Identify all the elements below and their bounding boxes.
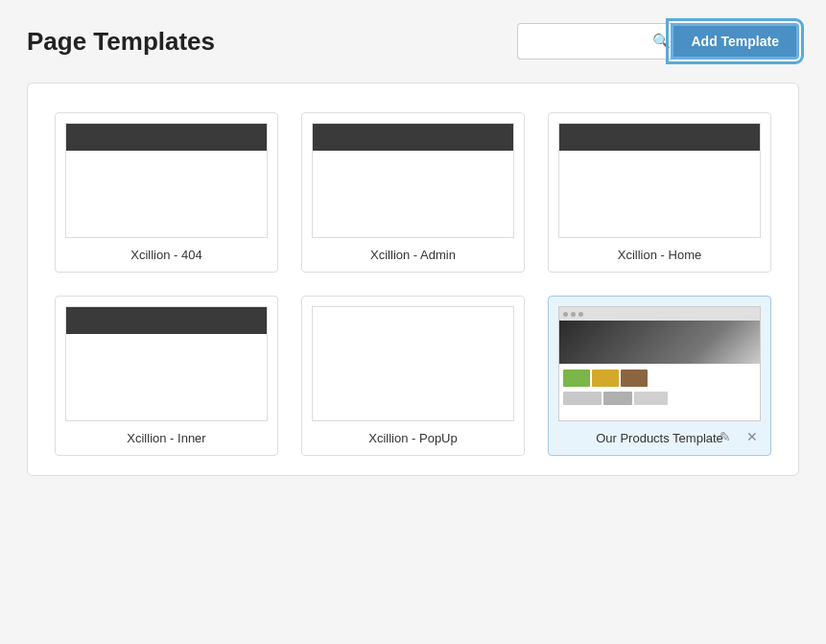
template-card[interactable]: Xcillion - PopUp [301,296,525,456]
products-hero [559,321,760,364]
template-label: Xcillion - PopUp [368,431,458,445]
preview-body [66,151,267,237]
bottom-block [563,392,602,405]
search-input[interactable] [528,34,652,49]
products-bottom-row [559,389,760,408]
template-card-selected[interactable]: Our Products Template ✎ ✕ [548,296,771,456]
template-card[interactable]: Xcillion - Inner [55,296,278,456]
template-label: Xcillion - Admin [370,248,456,262]
topbar-dot [578,312,583,317]
search-icon: 🔍 [652,33,671,50]
products-content [559,321,760,420]
topbar-dot [571,312,576,317]
thumbnail [621,370,648,387]
preview-header-bar [66,124,267,151]
page-wrapper: Page Templates 🔍 Add Template Xcillion -… [0,0,826,499]
preview-body [559,151,760,237]
template-card[interactable]: Xcillion - Admin [301,112,525,273]
template-card[interactable]: Xcillion - Home [548,112,771,273]
thumbnail [592,370,619,387]
template-preview [65,123,268,238]
templates-grid: Xcillion - 404 Xcillion - Admin Xcillion… [55,112,771,456]
products-thumbnails [559,366,760,387]
edit-icon[interactable]: ✎ [715,426,736,447]
topbar-dot [563,312,568,317]
template-actions: ✎ ✕ [715,426,763,447]
template-preview-empty [312,306,514,421]
page-title: Page Templates [27,27,215,57]
template-card[interactable]: Xcillion - 404 [55,112,278,273]
add-template-button[interactable]: Add Template [671,23,799,60]
preview-topbar [559,307,760,321]
preview-body [66,334,267,420]
preview-header-bar [559,124,760,151]
template-label: Our Products Template [596,431,723,445]
template-preview [312,123,514,238]
template-preview [558,123,761,238]
search-box: 🔍 [517,23,671,60]
preview-body [313,151,513,237]
page-header: Page Templates 🔍 Add Template [27,23,799,60]
template-label: Xcillion - Home [618,248,701,262]
preview-header-bar [313,124,513,151]
template-label: Xcillion - Inner [127,431,205,445]
template-preview [65,306,268,421]
products-preview [558,306,761,421]
thumbnail [563,370,590,387]
preview-header-bar [66,307,267,334]
content-panel: Xcillion - 404 Xcillion - Admin Xcillion… [27,83,799,476]
header-actions: 🔍 Add Template [517,23,799,60]
bottom-block [603,392,632,405]
template-label: Xcillion - 404 [130,248,201,262]
delete-icon[interactable]: ✕ [742,426,763,447]
bottom-block [634,392,668,405]
